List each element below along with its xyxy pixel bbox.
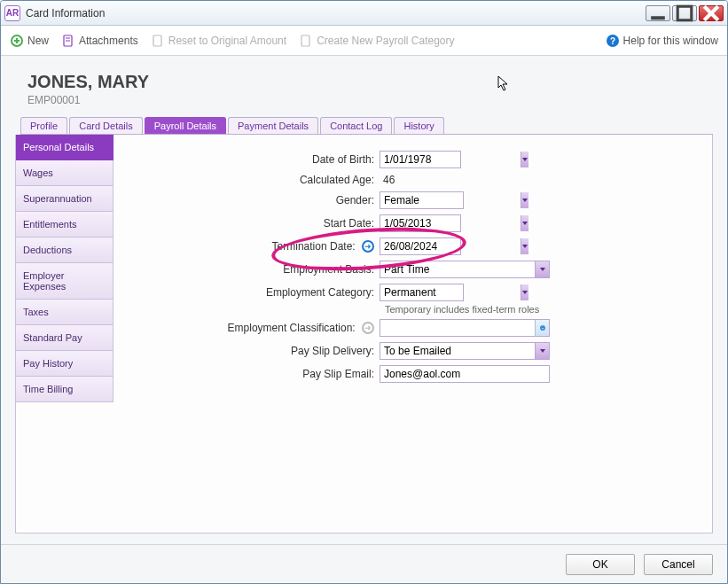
dob-picker-button[interactable]	[521, 152, 528, 167]
personal-details-form: Date of Birth: Calculated Age: 46 Gender…	[114, 135, 712, 533]
arrow-right-icon[interactable]: ➜	[362, 240, 374, 253]
ok-button[interactable]: OK	[566, 554, 635, 575]
termination-date-field[interactable]	[380, 237, 461, 255]
start-date-field[interactable]	[380, 214, 461, 232]
tab-contact-log[interactable]: Contact Log	[320, 117, 392, 134]
content-area: JONES, MARY EMP00001 Profile Card Detail…	[1, 56, 727, 544]
category-field[interactable]	[380, 284, 464, 301]
plus-icon	[10, 34, 24, 48]
svg-marker-16	[522, 222, 528, 225]
card-header: JONES, MARY EMP00001	[27, 72, 713, 106]
start-date-picker-button[interactable]	[521, 215, 528, 231]
category-dropdown-button[interactable]	[521, 284, 528, 300]
sidebar-item-time-billing[interactable]: Time Billing	[16, 377, 114, 402]
toolbar: New Attachments Reset to Original Amount…	[1, 26, 727, 56]
slip-delivery-dropdown-button[interactable]	[535, 343, 549, 359]
sidebar-item-deductions[interactable]: Deductions	[16, 237, 114, 263]
tab-card-details[interactable]: Card Details	[69, 117, 143, 134]
category-label: Employment Category:	[114, 286, 380, 299]
footer: OK Cancel	[1, 544, 727, 583]
sidebar-item-taxes[interactable]: Taxes	[16, 300, 114, 325]
classification-dropdown-button[interactable]	[535, 320, 549, 336]
window-title: Card Information	[26, 7, 646, 19]
svg-marker-21	[541, 327, 544, 329]
slip-delivery-input[interactable]	[380, 343, 535, 359]
category-note: Temporary includes fixed-term roles	[385, 304, 677, 315]
tab-payment-details[interactable]: Payment Details	[228, 117, 318, 134]
start-date-input[interactable]	[380, 215, 521, 231]
titlebar: AR Card Information	[1, 1, 727, 26]
classification-field[interactable]	[380, 319, 550, 337]
cancel-button[interactable]: Cancel	[644, 554, 713, 575]
help-button[interactable]: ? Help for this window	[606, 34, 718, 48]
termination-date-picker-button[interactable]	[521, 238, 528, 254]
svg-marker-17	[522, 245, 528, 248]
new-button[interactable]: New	[10, 34, 49, 48]
gender-input[interactable]	[380, 192, 521, 208]
close-button[interactable]	[699, 5, 724, 21]
tab-payroll-details[interactable]: Payroll Details	[145, 117, 226, 134]
gender-dropdown-button[interactable]	[521, 192, 528, 208]
attachments-button[interactable]: Attachments	[61, 34, 138, 48]
svg-rect-10	[153, 35, 161, 46]
tab-history[interactable]: History	[394, 117, 443, 134]
reset-label: Reset to Original Amount	[168, 35, 286, 47]
basis-dropdown-button[interactable]	[535, 261, 549, 277]
sidebar-item-pay-history[interactable]: Pay History	[16, 351, 114, 377]
attachment-icon	[61, 34, 75, 48]
slip-delivery-field[interactable]	[380, 342, 550, 360]
sidebar-item-superannuation[interactable]: Superannuation	[16, 186, 114, 212]
svg-marker-14	[522, 158, 528, 161]
new-label: New	[27, 35, 49, 47]
arrow-right-icon[interactable]: ➜	[362, 322, 374, 334]
document-icon	[299, 34, 313, 48]
svg-marker-19	[522, 291, 528, 294]
slip-email-field[interactable]	[380, 365, 550, 383]
reset-icon	[151, 34, 165, 48]
tab-body: Personal Details Wages Superannuation En…	[15, 135, 713, 533]
create-category-button: Create New Payroll Category	[299, 34, 454, 48]
category-input[interactable]	[380, 284, 521, 300]
gender-field[interactable]	[380, 191, 464, 209]
slip-email-input[interactable]	[380, 366, 549, 382]
termination-date-label: Termination Date: ➜	[114, 240, 380, 253]
app-icon: AR	[4, 5, 20, 21]
basis-label: Employment Basis:	[114, 263, 380, 276]
svg-rect-11	[301, 35, 309, 46]
tab-strip: Profile Card Details Payroll Details Pay…	[20, 115, 713, 135]
svg-text:?: ?	[610, 36, 615, 46]
age-value: 46	[380, 174, 395, 186]
sidebar-item-wages[interactable]: Wages	[16, 160, 114, 186]
card-information-window: AR Card Information New Attachments Rese…	[0, 0, 728, 584]
dob-label: Date of Birth:	[114, 153, 380, 166]
payroll-sidebar: Personal Details Wages Superannuation En…	[16, 135, 114, 533]
attachments-label: Attachments	[79, 35, 138, 47]
age-label: Calculated Age:	[114, 174, 380, 186]
employee-name: JONES, MARY	[27, 72, 713, 92]
termination-date-input[interactable]	[380, 238, 521, 254]
reset-button: Reset to Original Amount	[151, 34, 286, 48]
classification-input[interactable]	[380, 320, 535, 336]
basis-field[interactable]	[380, 261, 550, 278]
help-label: Help for this window	[623, 35, 718, 47]
sidebar-item-entitlements[interactable]: Entitlements	[16, 212, 114, 237]
maximize-button[interactable]	[672, 5, 697, 21]
svg-marker-22	[540, 349, 545, 353]
create-category-label: Create New Payroll Category	[317, 35, 454, 47]
start-date-label: Start Date:	[114, 217, 380, 230]
sidebar-item-employer-expenses[interactable]: Employer Expenses	[16, 263, 114, 300]
tab-profile[interactable]: Profile	[20, 117, 67, 134]
minimize-button[interactable]	[646, 5, 670, 21]
svg-marker-18	[540, 268, 545, 271]
dob-field[interactable]	[380, 151, 461, 168]
sidebar-item-standard-pay[interactable]: Standard Pay	[16, 325, 114, 351]
sidebar-item-personal-details[interactable]: Personal Details	[16, 135, 114, 160]
slip-delivery-label: Pay Slip Delivery:	[114, 345, 380, 357]
gender-label: Gender:	[114, 194, 380, 206]
help-icon: ?	[606, 34, 620, 48]
employee-id: EMP00001	[27, 94, 713, 106]
slip-email-label: Pay Slip Email:	[114, 368, 380, 380]
basis-input[interactable]	[380, 261, 535, 277]
dob-input[interactable]	[380, 152, 521, 167]
svg-rect-1	[677, 6, 692, 20]
